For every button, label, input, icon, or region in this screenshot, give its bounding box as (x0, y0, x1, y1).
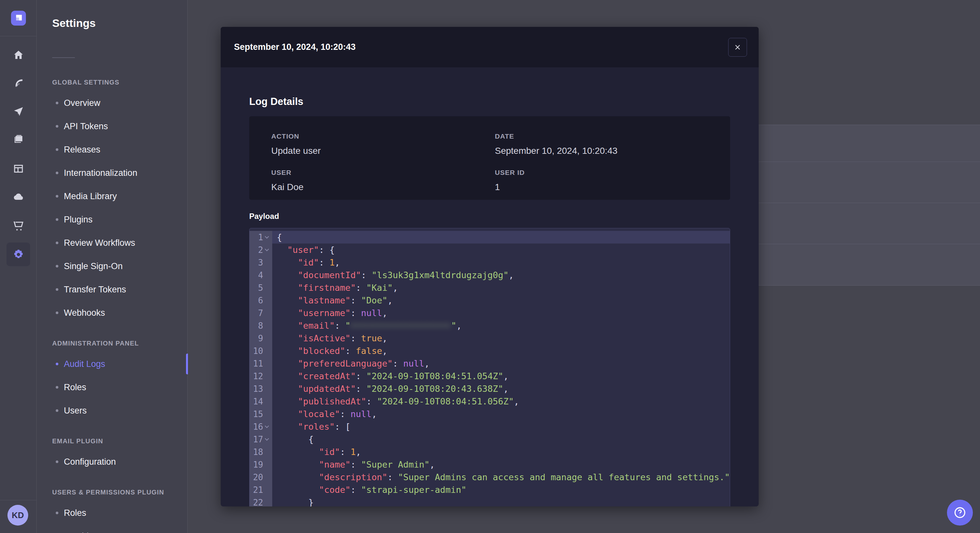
line-number-gutter: 11 (250, 357, 272, 370)
code-line-text: "documentId": "ls3uk3g1xm4ltdrdugzajg0g"… (272, 269, 730, 281)
sidebar-item-media-library[interactable]: Media Library (37, 185, 188, 208)
line-number-gutter: 16 (250, 420, 272, 433)
rail-item-settings[interactable] (6, 243, 30, 266)
sidebar-item-providers[interactable]: Providers (37, 525, 188, 533)
close-button[interactable] (728, 38, 747, 57)
sidebar-item-label: Roles (64, 382, 86, 392)
sidebar-item-label: Internationalization (64, 168, 137, 178)
code-line-text: "user": { (272, 244, 730, 256)
help-button[interactable] (947, 500, 973, 525)
code-line: 17 { (250, 433, 730, 446)
line-number-gutter: 18 (250, 446, 272, 458)
sidebar-item-label: Webhooks (64, 308, 105, 318)
sidebar-item-label: API Tokens (64, 121, 108, 132)
fold-chevron-empty (264, 310, 270, 316)
strapi-logo-icon (11, 11, 26, 25)
modal-body: Log Details ACTION Update user DATE Sept… (221, 96, 759, 506)
section-header: ADMINISTRATION PANEL (37, 334, 188, 352)
line-number-gutter: 13 (250, 382, 272, 395)
sidebar-item-label: Providers (64, 531, 101, 533)
bullet-dot (56, 409, 58, 412)
line-number: 21 (253, 485, 263, 495)
strapi-logo[interactable] (11, 11, 26, 25)
fold-chevron-icon[interactable] (264, 247, 270, 253)
bullet-dot (56, 241, 58, 244)
action-label: ACTION (271, 132, 495, 140)
help-question-icon (953, 506, 966, 519)
code-line-text: "firstname": "Kai", (272, 281, 730, 294)
sidebar-item-label: Audit Logs (64, 359, 105, 369)
fold-chevron-empty (264, 335, 270, 341)
line-number-gutter: 4 (250, 269, 272, 281)
sidebar-item-label: Review Workflows (64, 238, 135, 248)
section-header: GLOBAL SETTINGS (37, 73, 188, 91)
sidebar-item-transfer-tokens[interactable]: Transfer Tokens (37, 278, 188, 301)
sidebar-item-single-sign-on[interactable]: Single Sign-On (37, 254, 188, 278)
log-details-heading: Log Details (249, 96, 730, 108)
code-line-text: { (272, 231, 730, 244)
line-number: 10 (253, 346, 263, 356)
code-line-text: "description": "Super Admins can access … (272, 471, 730, 484)
line-number-gutter: 17 (250, 433, 272, 446)
sidebar-item-api-tokens[interactable]: API Tokens (37, 115, 188, 138)
sidebar-item-users[interactable]: Users (37, 399, 188, 422)
detail-user: USER Kai Doe (271, 169, 495, 205)
code-line-text: "blocked": false, (272, 344, 730, 357)
rail-item-paper-plane-icon[interactable] (0, 101, 37, 121)
detail-action: ACTION Update user (271, 132, 495, 169)
line-number-gutter: 9 (250, 332, 272, 344)
section-header: USERS & PERMISSIONS PLUGIN (37, 483, 188, 501)
sidebar-item-overview[interactable]: Overview (37, 91, 188, 115)
rail-item-cart-icon[interactable] (0, 215, 37, 236)
line-number-gutter: 1 (250, 231, 272, 244)
rail-item-media-icon[interactable] (0, 130, 37, 150)
line-number-gutter: 10 (250, 344, 272, 357)
user-value: Kai Doe (271, 182, 495, 192)
code-line: 18 "id": 1, (250, 446, 730, 458)
sidebar-item-webhooks[interactable]: Webhooks (37, 301, 188, 324)
fold-chevron-empty (264, 323, 270, 329)
fold-chevron-icon[interactable] (264, 436, 270, 443)
code-line: 9 "isActive": true, (250, 332, 730, 344)
logo-box (0, 0, 37, 36)
sidebar-item-releases[interactable]: Releases (37, 138, 188, 161)
bullet-dot (56, 265, 58, 268)
log-details-modal: September 10, 2024, 10:20:43 Log Details… (221, 27, 759, 506)
code-line-text: } (272, 496, 730, 506)
rail-item-home-icon[interactable] (0, 45, 37, 65)
rail-item-feather-icon[interactable] (0, 73, 37, 94)
bullet-dot (56, 460, 58, 463)
sidebar-item-internationalization[interactable]: Internationalization (37, 161, 188, 185)
line-number: 5 (258, 283, 263, 293)
sidebar-item-configuration[interactable]: Configuration (37, 450, 188, 473)
code-line-text: "updatedAt": "2024-09-10T08:20:43.638Z", (272, 382, 730, 395)
code-line: 6 "lastname": "Doe", (250, 294, 730, 307)
line-number-gutter: 3 (250, 256, 272, 269)
code-line: 1{ (250, 231, 730, 244)
rail-item-cloud-icon[interactable] (0, 187, 37, 207)
userid-value: 1 (495, 182, 708, 192)
line-number: 4 (258, 270, 263, 280)
line-number: 7 (258, 308, 263, 318)
rail-divider (0, 500, 37, 500)
sidebar-item-audit-logs[interactable]: Audit Logs (37, 352, 188, 376)
payload-label: Payload (249, 212, 730, 221)
sidebar-item-review-workflows[interactable]: Review Workflows (37, 231, 188, 254)
payload-code-block[interactable]: 1{2 "user": {3 "id": 1,4 "documentId": "… (249, 228, 730, 506)
sidebar-item-plugins[interactable]: Plugins (37, 208, 188, 231)
log-details-box: ACTION Update user DATE September 10, 20… (249, 116, 730, 200)
fold-chevron-empty (264, 474, 270, 480)
line-number: 2 (258, 245, 263, 255)
fold-chevron-icon[interactable] (264, 424, 270, 430)
rail-item-layout-icon[interactable] (0, 159, 37, 179)
code-line: 10 "blocked": false, (250, 344, 730, 357)
user-avatar[interactable]: KD (8, 505, 28, 525)
code-line-text: "username": null, (272, 307, 730, 319)
fold-chevron-icon[interactable] (264, 235, 270, 240)
sidebar-item-roles[interactable]: Roles (37, 501, 188, 525)
sidebar-item-roles[interactable]: Roles (37, 376, 188, 399)
line-number-gutter: 14 (250, 395, 272, 408)
fold-chevron-empty (264, 260, 270, 265)
bullet-dot (56, 102, 58, 104)
code-line-text: "isActive": true, (272, 332, 730, 344)
